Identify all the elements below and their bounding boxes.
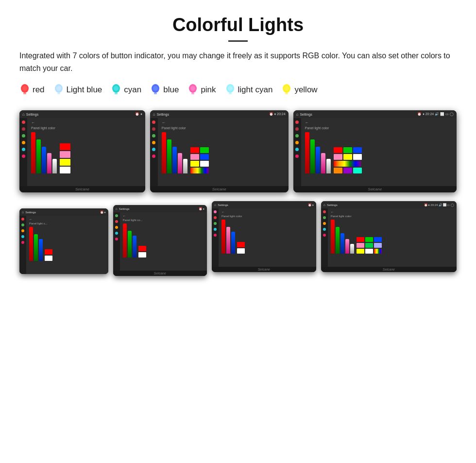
screen5-panel-label: Panel light co... — [123, 219, 204, 222]
bar7-green — [336, 227, 340, 254]
bar5-blue — [133, 236, 136, 257]
sw2-green — [200, 147, 209, 153]
sw5-white — [138, 252, 146, 257]
sidenav-dot-pink-7 — [323, 234, 326, 237]
sw7-white — [365, 249, 373, 254]
svg-point-17 — [228, 86, 233, 91]
screen7-home-icon: ⌂ — [323, 203, 325, 206]
sw3-pink — [334, 154, 342, 160]
svg-rect-19 — [285, 93, 288, 94]
bar1-pink — [47, 153, 51, 173]
sw3-white — [353, 154, 362, 160]
screen5-topbar-icons: ⏰ ♦ — [199, 207, 204, 210]
screen7-settings-label: Settings — [327, 204, 338, 206]
sidenav-dot-green-3 — [295, 134, 299, 137]
screen4-settings-label: Settings — [25, 211, 36, 214]
sidenav-dot-pink-2 — [152, 154, 155, 158]
screen6-watermark: Seicane — [212, 267, 316, 272]
bar2-green — [167, 139, 171, 173]
screen3-back: ← — [305, 120, 453, 125]
sidenav-dot-red-5 — [115, 220, 118, 223]
description-text: Integrated with 7 colors of button indic… — [19, 50, 457, 74]
sidenav-dot-teal-2 — [152, 148, 155, 151]
sidenav-dot-orange-3 — [295, 141, 299, 144]
screen-1: ⌂ Settings ⏰ ♦ ← Panel light color — [19, 110, 145, 192]
color-label-red: red — [33, 85, 45, 95]
screen2-topbar-icons: ⏰ ♦ 20:24 — [269, 112, 286, 116]
screen-4: ⌂ Settings ⏰ ♦ ← Panel light c... — [19, 208, 108, 274]
color-item-pink: pink — [187, 83, 216, 97]
sw2-yellow — [190, 161, 199, 167]
color-item-yellow: yellow — [281, 83, 317, 97]
sidenav-dot-red2-3 — [295, 127, 299, 131]
screen3-topbar-icons: ⏰ ♦ 20:24 🔊 ⬜ ▭ ◯ — [417, 112, 454, 116]
screen6-topbar-icons: ⏰ ♦ — [308, 203, 314, 206]
sw2-pink — [190, 154, 199, 160]
sidenav-dot-teal-4 — [21, 235, 24, 238]
bar3-green — [310, 139, 315, 173]
screen7-watermark: Seicane — [321, 267, 457, 272]
svg-point-5 — [56, 86, 61, 91]
sidenav-dot-orange-5 — [115, 226, 118, 229]
sw4-red — [45, 249, 52, 255]
bar7-blue — [340, 233, 344, 254]
screen2-home-icon: ⌂ — [153, 112, 155, 117]
sw2-red — [190, 147, 199, 153]
sw1-white — [60, 167, 70, 173]
screen1-topbar-icons: ⏰ ♦ — [135, 112, 142, 116]
sidenav-dot-teal-5 — [115, 232, 118, 235]
bar3-red — [305, 132, 309, 173]
sw2-rainbow — [190, 168, 209, 173]
svg-point-11 — [153, 86, 158, 91]
screen7-topbar-icons: ⏰ ♦ 20:24 🔊 ⬜ ▭ ◯ — [424, 203, 454, 206]
bar5-red — [123, 223, 127, 257]
sw7-ltblue — [374, 243, 382, 248]
sidenav-dot-green-6 — [214, 222, 217, 225]
screen1-back: ← — [31, 120, 141, 125]
sw3-orange — [334, 168, 342, 173]
color-label-lightcyan: light cyan — [238, 85, 273, 95]
screen7-panel-label: Panel light color — [331, 215, 454, 218]
screen2-watermark: Seicane — [150, 186, 289, 192]
color-label-pink: pink — [201, 85, 216, 95]
bar4-red — [29, 227, 33, 261]
screen3-panel-label: Panel light color — [305, 126, 453, 130]
sw5-red — [138, 246, 146, 251]
page-container: Colorful Lights Integrated with 7 colors… — [0, 0, 476, 304]
bar2-red — [162, 132, 166, 173]
screen6-back: ← — [221, 210, 313, 214]
screen1-watermark: Seicane — [19, 186, 145, 192]
sidenav-dot-teal-6 — [214, 228, 217, 231]
bar2-pink — [178, 153, 182, 173]
sidenav-dot-pink-3 — [295, 154, 299, 158]
sidenav-dot-pink-5 — [115, 238, 118, 240]
bar3-blue — [316, 147, 320, 173]
bar1-blue — [42, 147, 46, 173]
bulb-lightcyan-icon — [225, 83, 236, 97]
sw3-yellow — [343, 154, 352, 160]
screen-2: ⌂ Settings ⏰ ♦ 20:24 ← Panel light color — [150, 110, 289, 192]
bulb-red-icon — [19, 83, 30, 97]
bar5-green — [128, 231, 132, 257]
color-indicators: red Light blue cyan — [19, 83, 457, 97]
screens-row-1: ⌂ Settings ⏰ ♦ ← Panel light color — [19, 110, 457, 192]
bar4-blue — [39, 239, 43, 261]
title-divider — [228, 40, 248, 42]
sw3-purple — [343, 168, 352, 173]
bulb-yellow-icon — [281, 83, 292, 97]
sidenav-dot-teal-7 — [323, 228, 326, 231]
svg-point-2 — [22, 86, 27, 91]
screen5-watermark: Seicane — [113, 271, 207, 276]
color-item-lightcyan: light cyan — [225, 83, 273, 97]
sidenav-dot-red-4 — [21, 218, 24, 221]
sidenav-dot-orange-2 — [152, 141, 155, 144]
screen3-watermark: Seicane — [293, 186, 457, 192]
bar6-blue — [231, 232, 235, 254]
screen4-topbar-icons: ⏰ ♦ — [100, 210, 106, 214]
svg-point-8 — [114, 86, 119, 91]
bulb-blue-icon — [150, 83, 161, 97]
screen2-settings-label: Settings — [157, 113, 169, 116]
screen4-home-icon: ⌂ — [22, 210, 24, 214]
sw3-teal — [353, 168, 362, 173]
svg-rect-1 — [23, 93, 26, 94]
